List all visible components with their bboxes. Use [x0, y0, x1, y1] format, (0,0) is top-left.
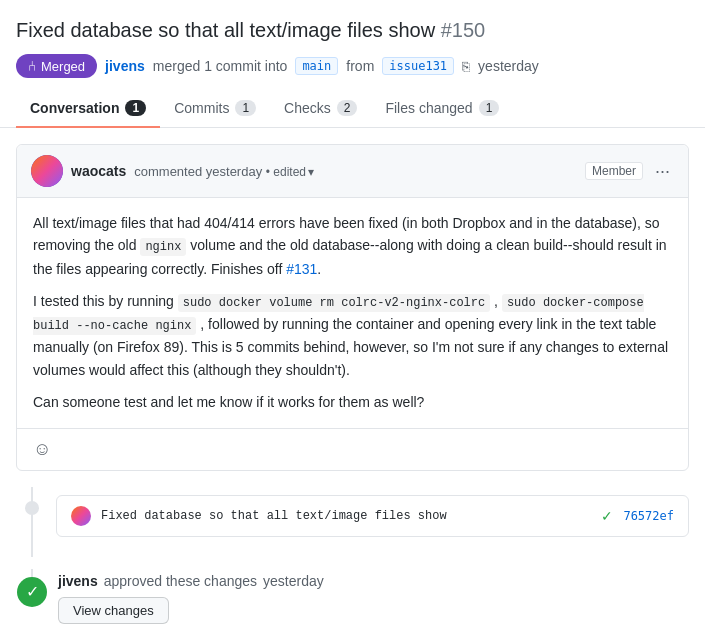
tabs-bar: Conversation 1 Commits 1 Checks 2 Files … [0, 90, 705, 128]
tab-files-changed[interactable]: Files changed 1 [371, 90, 513, 128]
approval-icon: ✓ [17, 577, 47, 607]
commit-row: Fixed database so that all text/image fi… [56, 495, 689, 537]
comment-action: commented [134, 164, 202, 179]
tab-conversation[interactable]: Conversation 1 [16, 90, 160, 128]
comment-header-left: waocats commented yesterday • edited ▾ [31, 155, 314, 187]
tab-checks-count: 2 [337, 100, 358, 116]
avatar-image [31, 155, 63, 187]
comment-body: All text/image files that had 404/414 er… [17, 198, 688, 428]
timeline-line-bottom [31, 513, 33, 557]
title-text: Fixed database so that all text/image fi… [16, 19, 435, 41]
chevron-down-icon: ▾ [308, 165, 314, 179]
merge-timestamp: yesterday [478, 58, 539, 74]
inline-code-nginx: nginx [140, 238, 186, 256]
timeline-line-top [31, 487, 33, 503]
approval-text: jivens approved these changes yesterday [58, 573, 689, 589]
comment-paragraph-2: I tested this by running sudo docker vol… [33, 290, 672, 381]
member-badge: Member [585, 162, 643, 180]
tab-conversation-count: 1 [125, 100, 146, 116]
comment-paragraph-3: Can someone test and let me know if it w… [33, 391, 672, 413]
merge-icon: ⑃ [28, 58, 36, 74]
approval-line-top [31, 569, 33, 577]
issue-number: #150 [441, 19, 486, 41]
from-text: from [346, 58, 374, 74]
main-content: waocats commented yesterday • edited ▾ M… [0, 128, 705, 635]
approval-content: jivens approved these changes yesterday … [58, 569, 689, 624]
head-branch[interactable]: issue131 [382, 57, 454, 75]
merge-author[interactable]: jivens [105, 58, 145, 74]
page-title: Fixed database so that all text/image fi… [16, 16, 689, 44]
comment-header-right: Member ··· [585, 160, 674, 182]
para2-sep: , [494, 293, 498, 309]
commit-status-icon: ✓ [601, 508, 613, 524]
timeline-dot [27, 503, 37, 513]
inline-code-docker-volume: sudo docker volume rm colrc-v2-nginx-col… [178, 294, 490, 312]
comment-timestamp: yesterday [206, 164, 262, 179]
commit-avatar [71, 506, 91, 526]
commit-hash-link[interactable]: 76572ef [623, 509, 674, 523]
comment-paragraph-1: All text/image files that had 404/414 er… [33, 212, 672, 280]
comment-author[interactable]: waocats [71, 163, 126, 179]
tab-files-changed-count: 1 [479, 100, 500, 116]
badge-label: Merged [41, 59, 85, 74]
timeline-commit-content: Fixed database so that all text/image fi… [48, 487, 689, 557]
edited-indicator[interactable]: • edited ▾ [266, 165, 314, 179]
add-reaction-button[interactable]: ☺ [31, 437, 53, 462]
approval-author[interactable]: jivens [58, 573, 98, 589]
approval-action: approved these changes [104, 573, 257, 589]
tab-conversation-label: Conversation [30, 100, 119, 116]
base-branch[interactable]: main [295, 57, 338, 75]
para2-prefix: I tested this by running [33, 293, 174, 309]
tab-commits-label: Commits [174, 100, 229, 116]
commit-hash-text: 76572ef [623, 509, 674, 523]
timeline-section: Fixed database so that all text/image fi… [16, 487, 689, 557]
commit-message: Fixed database so that all text/image fi… [101, 509, 591, 523]
pr-link[interactable]: #131 [286, 261, 317, 277]
merged-badge: ⑃ Merged [16, 54, 97, 78]
comment-box: waocats commented yesterday • edited ▾ M… [16, 144, 689, 471]
tab-commits-count: 1 [235, 100, 256, 116]
avatar [31, 155, 63, 187]
merge-action: merged 1 commit into [153, 58, 288, 74]
approval-section: ✓ jivens approved these changes yesterda… [16, 569, 689, 624]
tab-commits[interactable]: Commits 1 [160, 90, 270, 128]
page-header: Fixed database so that all text/image fi… [0, 0, 705, 90]
page-wrapper: Fixed database so that all text/image fi… [0, 0, 705, 635]
tab-checks[interactable]: Checks 2 [270, 90, 371, 128]
tab-checks-label: Checks [284, 100, 331, 116]
merge-info: ⑃ Merged jivens merged 1 commit into mai… [16, 54, 689, 78]
comment-meta: commented yesterday • edited ▾ [134, 164, 314, 179]
commit-icon: ⎘ [462, 59, 470, 74]
comment-footer: ☺ [17, 428, 688, 470]
approval-timestamp: yesterday [263, 573, 324, 589]
more-options-button[interactable]: ··· [651, 160, 674, 182]
tab-files-changed-label: Files changed [385, 100, 472, 116]
edited-text: • edited [266, 165, 306, 179]
comment-header: waocats commented yesterday • edited ▾ M… [17, 145, 688, 198]
view-changes-button[interactable]: View changes [58, 597, 169, 624]
timeline-left [16, 487, 48, 557]
